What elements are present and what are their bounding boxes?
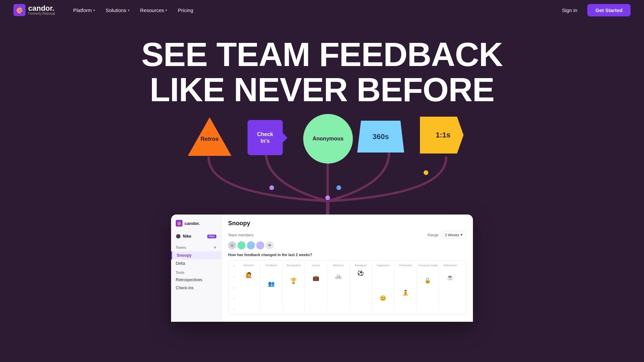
chart-container: 5 4 3 2 1 Direction 🙋 (228, 260, 466, 314)
col-label-wellness: Wellness (333, 264, 344, 267)
avatar-email: ✉ (266, 241, 274, 249)
hero-title: SEE TEAM FEEDBACK LIKE NEVER BEFORE (7, 37, 637, 107)
y-label-2: 2 (233, 297, 236, 300)
col-emoji-wellness: 🚲 (335, 273, 342, 279)
team-members-label: Team members (228, 233, 254, 237)
chevron-down-icon: ▾ (165, 8, 167, 12)
diagram: Retros CheckIn's Anonymous 360s 1:1s (171, 114, 473, 215)
hero-section: SEE TEAM FEEDBACK LIKE NEVER BEFORE (0, 20, 644, 221)
sidebar-item-delta[interactable]: Delta (171, 259, 221, 267)
main-content: Snoopy Team members Range 2 Weeks ▾ U ✉ (221, 215, 473, 322)
avatar-purple (256, 241, 264, 249)
chart-col-feedback: Feedback 👥 (260, 264, 283, 311)
y-axis: 5 4 3 2 1 (233, 264, 238, 311)
get-started-button[interactable]: Get Started (587, 4, 631, 16)
sidebar: 🎯 candor. ⚫ Nike PRO Teams + Snoopy Delt… (171, 215, 221, 322)
chevron-down-icon: ▾ (93, 8, 95, 12)
chart-col-managers: Managers ⚽ (350, 264, 372, 311)
org-name: Nike (183, 234, 191, 239)
col-label-direction: Direction (244, 264, 254, 267)
sidebar-item-retrospectives[interactable]: Retrospectives (171, 276, 221, 284)
360s-label: 360s (373, 132, 389, 141)
checkin-label: CheckIn's (257, 131, 273, 144)
sign-in-link[interactable]: Sign in (557, 5, 582, 16)
chart-col-fellowship: Fellowship 🧘 (394, 264, 417, 311)
y-label-4: 4 (233, 275, 236, 278)
sidebar-item-snoopy[interactable]: Snoopy (171, 251, 221, 259)
col-label-satisfaction: Satisfaction (443, 264, 457, 267)
nav-resources[interactable]: Resources ▾ (136, 5, 172, 16)
checkin-shape: CheckIn's (248, 120, 283, 155)
y-label-3: 3 (233, 286, 236, 289)
chevron-down-icon: ▾ (128, 8, 129, 12)
col-label-happiness: Happiness (377, 264, 389, 267)
nav-right: Sign in Get Started (557, 4, 631, 16)
chart-col-company-image: Company Image 🔒 (417, 264, 439, 311)
logo[interactable]: 🎯 candor. Formerly Retrocat (13, 4, 55, 16)
360s-shape: 360s (357, 121, 404, 153)
chart-col-wellness: Wellness 🚲 (327, 264, 350, 311)
col-emoji-satisfaction: ☕ (447, 274, 453, 281)
col-label-managers: Managers (355, 264, 367, 267)
sidebar-item-checkins[interactable]: Check-ins (171, 284, 221, 292)
feedback-question: How has feedback changed in the last 2 w… (228, 253, 466, 257)
nav-pricing[interactable]: Pricing (173, 5, 198, 16)
col-emoji-fellowship: 🧘 (402, 290, 409, 296)
navigation: 🎯 candor. Formerly Retrocat Platform ▾ S… (0, 0, 644, 20)
y-label-1: 1 (233, 308, 236, 311)
col-label-feedback: Feedback (265, 264, 277, 267)
col-label-career: Career (312, 264, 320, 267)
1on1-label: 1:1s (436, 131, 450, 139)
dashboard: 🎯 candor. ⚫ Nike PRO Teams + Snoopy Delt… (171, 215, 473, 322)
anonymous-label: Anonymous (313, 136, 343, 142)
col-emoji-career: 💼 (313, 275, 319, 281)
sidebar-logo: 🎯 candor. (171, 220, 221, 232)
col-label-recognition: Recognition (286, 264, 301, 267)
logo-sub: Formerly Retrocat (28, 12, 55, 15)
sidebar-teams-section: Teams + (171, 243, 221, 251)
chart-col-career: Career 💼 (305, 264, 327, 311)
avatar-u: U (228, 241, 236, 249)
chart-col-direction: Direction 🙋 (238, 264, 260, 311)
col-emoji-managers: ⚽ (357, 270, 364, 276)
col-emoji-feedback: 👥 (268, 281, 275, 287)
avatar-blue (247, 241, 255, 249)
svg-point-5 (424, 170, 428, 175)
org-badge: PRO (207, 235, 216, 238)
retros-shape: Retros (188, 117, 231, 158)
chart-col-recognition: Recognition 🏆 (282, 264, 305, 311)
svg-text:🎯: 🎯 (177, 221, 182, 226)
range-label: Range (428, 233, 438, 237)
team-members-row: Team members Range 2 Weeks ▾ (228, 231, 466, 239)
range-select[interactable]: 2 Weeks ▾ (441, 231, 466, 239)
svg-point-3 (336, 185, 341, 190)
avatar-green (237, 241, 246, 249)
sidebar-tools-section: Tools (171, 267, 221, 276)
col-emoji-direction: 🙋 (246, 272, 252, 278)
nav-links: Platform ▾ Solutions ▾ Resources ▾ Prici… (68, 5, 557, 16)
logo-name: candor. (28, 5, 55, 12)
chart-col-happiness: Happiness 😊 (372, 264, 394, 311)
col-label-fellowship: Fellowship (399, 264, 412, 267)
col-label-company-image: Company Image (418, 264, 438, 267)
add-team-button[interactable]: + (214, 245, 216, 250)
1on1-shape: 1:1s (420, 117, 464, 154)
chart: 5 4 3 2 1 Direction 🙋 (233, 264, 461, 311)
chart-col-satisfaction: Satisfaction ☕ (439, 264, 461, 311)
col-emoji-company-image: 🔒 (424, 277, 431, 284)
y-label-5: 5 (233, 264, 236, 267)
col-emoji-happiness: 😊 (380, 295, 386, 301)
chevron-down-icon: ▾ (461, 233, 463, 237)
retros-label: Retros (201, 136, 219, 142)
svg-text:🎯: 🎯 (15, 6, 24, 14)
nav-platform[interactable]: Platform ▾ (68, 5, 100, 16)
logo-icon: 🎯 (13, 4, 25, 16)
range-section: Range 2 Weeks ▾ (428, 231, 466, 239)
sidebar-org: ⚫ Nike PRO (171, 232, 221, 241)
sidebar-logo-text: candor. (184, 221, 200, 226)
nav-solutions[interactable]: Solutions ▾ (101, 5, 134, 16)
svg-point-4 (325, 195, 330, 200)
anonymous-shape: Anonymous (303, 114, 353, 164)
col-emoji-recognition: 🏆 (290, 278, 297, 284)
dashboard-wrapper: 🎯 candor. ⚫ Nike PRO Teams + Snoopy Delt… (0, 215, 644, 322)
